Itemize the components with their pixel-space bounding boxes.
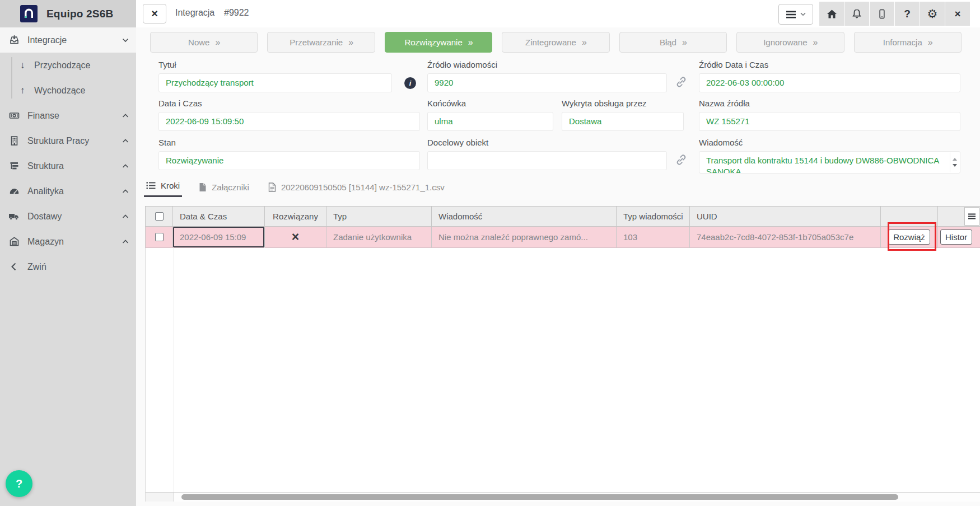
truck-icon xyxy=(8,211,20,222)
cell-data-czas[interactable]: 2022-06-09 15:09 xyxy=(173,227,265,248)
tytul-input[interactable]: Przychodzący transport xyxy=(158,73,392,92)
arrow-up-icon: ↑ xyxy=(20,85,29,96)
building-icon xyxy=(8,135,20,146)
help-button[interactable]: ? xyxy=(6,470,32,497)
topbar: × Integracja #9922 ? ⚙ × xyxy=(136,0,980,27)
topbar-actions: ? ⚙ × xyxy=(778,2,970,26)
header-typ[interactable]: Typ xyxy=(326,206,432,227)
status-tab-nowe[interactable]: Nowe» xyxy=(150,32,258,53)
hierarchy-bars-icon xyxy=(8,161,20,171)
table-header-row: Data & Czas Rozwiązany Typ Wiadomość Typ… xyxy=(145,206,980,227)
app-logo xyxy=(20,5,38,22)
sidebar-item-struktura-pracy[interactable]: Struktura Pracy xyxy=(0,128,136,153)
status-tab-rozwiazywanie-active[interactable]: Rozwiązywanie» xyxy=(385,32,492,53)
file-text-icon xyxy=(268,182,276,192)
sidebar-item-integracje[interactable]: Integracje xyxy=(0,27,136,53)
history-button[interactable]: Histor xyxy=(940,229,972,245)
header-data-czas[interactable]: Data & Czas xyxy=(173,206,265,227)
sidebar-item-struktura[interactable]: Struktura xyxy=(0,153,136,179)
status-tab-przetwarzanie[interactable]: Przetwarzanie» xyxy=(267,32,375,53)
table-empty-body xyxy=(145,248,980,493)
status-tab-informacja[interactable]: Informacja» xyxy=(854,32,962,53)
stan-input[interactable]: Rozwiązywanie xyxy=(158,151,420,170)
arrow-down-icon: ↓ xyxy=(20,60,29,71)
status-tab-ignorowane[interactable]: Ignorowane» xyxy=(736,32,844,53)
scrollbar-thumb[interactable] xyxy=(181,494,898,500)
status-tab-zintegrowane[interactable]: Zintegrowane» xyxy=(502,32,609,53)
status-tab-label: Ignorowane xyxy=(763,38,807,47)
sidebar-item-finanse[interactable]: Finanse xyxy=(0,103,136,128)
home-icon xyxy=(826,8,838,20)
nazwa-zrodla-input[interactable]: WZ 155271 xyxy=(699,112,960,131)
status-tab-label: Przetwarzanie xyxy=(290,38,343,47)
select-all-checkbox[interactable] xyxy=(155,212,164,221)
sidebar-item-dostawy[interactable]: Dostawy xyxy=(0,204,136,229)
close-record-button[interactable]: × xyxy=(143,4,166,24)
chevron-left-icon xyxy=(8,261,20,272)
hamburger-dropdown-button[interactable] xyxy=(778,4,813,25)
sidebar-item-przychodzace[interactable]: ↓ Przychodzące xyxy=(0,53,136,78)
tab-kroki[interactable]: Kroki xyxy=(144,177,182,197)
sidebar-item-zwin-collapse[interactable]: Zwiń xyxy=(0,254,136,279)
scrollbar-corner xyxy=(146,493,174,502)
status-tab-label: Nowe xyxy=(188,38,209,47)
status-tab-label: Zintegrowane xyxy=(525,38,576,47)
field-label-data-czas: Data i Czas xyxy=(158,99,202,108)
scroll-down-icon[interactable] xyxy=(953,164,957,167)
help-topbar-button[interactable]: ? xyxy=(895,2,920,26)
link-icon[interactable] xyxy=(675,153,688,168)
chevron-down-icon xyxy=(800,12,806,16)
header-wiadomosc[interactable]: Wiadomość xyxy=(432,206,617,227)
chevron-up-icon xyxy=(122,139,129,143)
tab-csv-file[interactable]: 20220609150505 [15144] wz-155271_1.csv xyxy=(266,179,447,197)
header-actions-1 xyxy=(881,206,938,227)
info-icon[interactable]: i xyxy=(404,77,416,89)
status-tab-blad[interactable]: Błąd» xyxy=(619,32,727,53)
status-tab-label: Informacja xyxy=(883,38,922,47)
docelowy-obiekt-input[interactable] xyxy=(427,151,667,170)
header-rozwiazany[interactable]: Rozwiązany xyxy=(265,206,326,227)
field-label-zrodlo-data-czas: Źródło Data i Czas xyxy=(699,60,768,69)
logo-arch-icon xyxy=(22,7,35,20)
wiadomosc-textarea[interactable]: Transport dla kontraktu 15144 i budowy D… xyxy=(699,151,960,174)
wykryta-obsluga-input[interactable]: Dostawa xyxy=(562,112,684,131)
status-tab-label: Błąd xyxy=(660,38,676,47)
breadcrumb-section: Integracja xyxy=(175,8,214,18)
link-icon[interactable] xyxy=(675,76,688,91)
scroll-up-icon[interactable] xyxy=(953,158,957,161)
header-uuid[interactable]: UUID xyxy=(690,206,881,227)
cell-history-action: Histor xyxy=(938,227,980,248)
not-resolved-x-icon: × xyxy=(292,231,299,243)
brand-header: Equipo 2S6B xyxy=(0,0,136,27)
double-chevron-icon: » xyxy=(215,38,220,48)
row-checkbox[interactable] xyxy=(155,233,164,241)
sidebar-item-magazyn[interactable]: Magazyn xyxy=(0,229,136,254)
tab-label: Załączniki xyxy=(212,182,249,192)
koncowka-input[interactable]: ulma xyxy=(427,112,553,131)
sidebar-item-label: Wychodzące xyxy=(34,86,85,96)
chevron-up-icon xyxy=(122,164,129,168)
inbox-tray-icon xyxy=(8,35,20,45)
mobile-button[interactable] xyxy=(870,2,894,26)
notifications-button[interactable] xyxy=(844,2,869,26)
sidebar-item-wychodzace[interactable]: ↑ Wychodzące xyxy=(0,78,136,103)
sidebar-item-analityka[interactable]: Analityka xyxy=(0,179,136,204)
sidebar-item-label: Magazyn xyxy=(27,237,64,247)
horizontal-scrollbar[interactable] xyxy=(145,493,980,502)
table-row[interactable]: 2022-06-09 15:09 × Zadanie użytkownika N… xyxy=(145,227,980,248)
sidebar-item-label: Struktura Pracy xyxy=(27,136,89,146)
data-czas-input[interactable]: 2022-06-09 15:09:50 xyxy=(158,112,420,131)
close-app-button[interactable]: × xyxy=(945,2,970,26)
settings-button[interactable]: ⚙ xyxy=(920,2,945,26)
textarea-scroll-buttons[interactable] xyxy=(950,152,959,172)
home-button[interactable] xyxy=(819,2,844,26)
double-chevron-icon: » xyxy=(348,38,353,48)
header-typ-wiadomosci[interactable]: Typ wiadomości xyxy=(617,206,690,227)
sidebar-submenu-integracje: ↓ Przychodzące ↑ Wychodzące xyxy=(0,53,136,103)
zrodlo-wiadomosci-input[interactable]: 9920 xyxy=(427,73,667,92)
resolve-button[interactable]: Rozwiąż xyxy=(888,229,930,245)
zrodlo-data-czas-input[interactable]: 2022-06-03 00:00:00 xyxy=(699,73,960,92)
column-menu-button[interactable] xyxy=(964,207,979,226)
tab-zalaczniki[interactable]: Załączniki xyxy=(197,179,251,197)
gear-icon: ⚙ xyxy=(927,7,938,21)
